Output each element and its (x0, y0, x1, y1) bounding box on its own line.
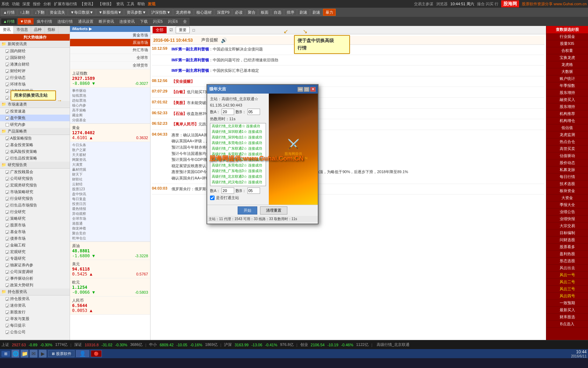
item-sz-reminder[interactable]: ✓深市特别提示 (0, 94, 70, 101)
item-intl-finance[interactable]: ✓国际财经 (0, 54, 70, 61)
toolbar-down[interactable]: ↓下翻 (32, 9, 47, 16)
cb-cd[interactable]: ✓ (6, 270, 9, 274)
market-section-global[interactable]: 全球市 (70, 54, 150, 62)
cb-lowrisk[interactable]: ✓ (6, 150, 9, 154)
toolbar-sort[interactable]: 排序 (284, 9, 297, 16)
cb-cn[interactable]: ✓ (6, 330, 9, 334)
right-hot-storage[interactable]: 热点合仓 (546, 138, 588, 145)
taskbar-app-avatar1[interactable]: 👤 (76, 350, 89, 357)
item-midday-focus[interactable]: ✓盘中聚焦 (0, 115, 70, 121)
item-restock[interactable]: ✓举发与复股 (0, 315, 70, 322)
modal-close-btn[interactable]: ✕ (310, 87, 316, 92)
right-sector-fund[interactable]: 板块资金 (546, 188, 588, 195)
item-market-strategy-research[interactable]: ✓市场策略研究 (0, 189, 70, 195)
item-domestic-finance[interactable]: ✓国内财经 (0, 48, 70, 54)
modal-retry-btn[interactable]: 清理重置 (260, 206, 287, 214)
right-b-point[interactable]: B点选入 (546, 321, 588, 328)
cb-stock[interactable]: ✓ (6, 224, 9, 227)
right-shareholder-incr2[interactable]: 股东增持 (546, 103, 588, 110)
item-stock-market[interactable]: ✓股票市场 (0, 222, 70, 229)
right-dragon-tiger[interactable]: 龙虎格 (546, 61, 588, 68)
checkbox-global[interactable]: ✓ (6, 83, 9, 86)
right-bull-stock[interactable]: 股票看多 (546, 244, 588, 251)
item-ipo[interactable]: ✓新股发行 (0, 309, 70, 315)
cb-dt[interactable]: ✓ (6, 324, 9, 327)
item-global-market[interactable]: ✓环球市场 (0, 81, 70, 88)
item-derivative-strategy[interactable]: ✓衍生品投资策略 (0, 155, 70, 162)
cb-strat[interactable]: ✓ (6, 217, 9, 220)
toolbar-daily-data[interactable]: ▼每日数据▼ (68, 9, 96, 16)
tab-variety[interactable]: 品种 (31, 26, 45, 34)
cb-fe[interactable]: ✓ (6, 244, 9, 247)
right-block-trade[interactable]: 大宗交易 (546, 223, 588, 230)
right-financial-select[interactable]: 问财选股 (546, 237, 588, 244)
cb-hn[interactable]: ✓ (6, 297, 9, 301)
checkbox-sz[interactable]: ✓ (6, 96, 9, 100)
right-tech-select[interactable]: 技术选股 (546, 180, 588, 188)
item-holdings-news[interactable]: ✓持仓股资讯 (0, 295, 70, 302)
item-macro-research[interactable]: ✓宏观研究 (0, 248, 70, 255)
right-dragon-monitor[interactable]: 龙虎监测 (546, 131, 588, 138)
item-company-notice[interactable]: ✓公告公司 (0, 329, 70, 335)
conn-item-5[interactable]: 高级行情_广东联通2☆ 连接成功 (210, 146, 266, 151)
modal-retries-b-input[interactable] (247, 109, 260, 115)
conn-item-1[interactable]: 高级行情_北京联通☆ 连接成功 (210, 123, 266, 129)
cb-sr[interactable]: ✓ (6, 257, 9, 260)
t2-disconnect[interactable]: 断开资讯 (96, 18, 117, 25)
cb-deriv[interactable]: ✓ (6, 157, 9, 160)
right-consensus[interactable]: 一致预期 (546, 300, 588, 307)
modal-minimize-btn[interactable]: — (298, 87, 303, 92)
market-section-forex[interactable]: 外汇市场 (70, 46, 150, 54)
right-big-money[interactable]: 大资金 (546, 195, 588, 202)
right-margin-buy[interactable]: 融资买入 (546, 96, 588, 103)
modal-auto-connect-checkbox[interactable] (210, 196, 215, 200)
cb-a[interactable]: ✓ (6, 137, 9, 140)
cb-ir[interactable]: ✓ (6, 197, 9, 200)
modal-maximize-btn[interactable]: □ (304, 87, 309, 92)
item-bond-market[interactable]: ✓债券市场 (0, 235, 70, 242)
menu-expand[interactable]: 扩展市场行情 (54, 1, 77, 7)
right-wind4[interactable]: 风云四号 (546, 293, 588, 300)
section-holdings-news[interactable]: 📁 持仓股资讯 (0, 288, 70, 295)
t2-comm-settings[interactable]: 通讯设置 (76, 18, 96, 25)
taskbar-app-stock1[interactable]: 🖥 股票软件 (48, 350, 75, 357)
tab-news[interactable]: 资讯 (0, 26, 14, 34)
right-daily-market[interactable]: 每日行情 (546, 173, 588, 180)
item-company-report[interactable]: ✓公司研究报告 (0, 175, 70, 182)
right-exec-buy[interactable]: 高管买卖 (546, 145, 588, 152)
right-private-fund[interactable]: 私募龙脉 (546, 166, 588, 173)
menu-function[interactable]: 功能 (12, 1, 20, 7)
cb-gf[interactable]: ✓ (6, 170, 9, 174)
cb-dm[interactable]: ✓ (6, 204, 9, 207)
modal-retries-a-input[interactable] (222, 109, 234, 115)
right-big-data[interactable]: 大数驱 (546, 68, 588, 75)
cb-mn[interactable]: ✓ (6, 304, 9, 307)
item-industry-report[interactable]: ✓行业研究报告 (0, 195, 70, 202)
modal-connection-list[interactable]: 高级行情_北京联通☆ 连接成功 高级行情_深圳联通1☆ 连接成功 高级行情_深圳… (210, 123, 266, 186)
taskbar-icon-folder[interactable]: 📁 (21, 350, 28, 357)
checkbox-domestic[interactable]: ✓ (6, 49, 9, 53)
item-sh-reminder[interactable]: ✓沪市特别提示 (0, 88, 70, 94)
section-news[interactable]: 📁 新闻资讯类 (0, 41, 70, 48)
right-val-driven[interactable]: 估值驱动 (546, 152, 588, 159)
menu-enhance[interactable]: 【增强】 (98, 1, 113, 7)
toolbar-new-stock[interactable]: ▼新股指南▼ (96, 9, 124, 16)
modal-dialog[interactable]: 猿年大吉 — □ ✕ 主站：高级行情_北京联通☆ 61.135.142.90:4… (206, 84, 318, 224)
modal-count-a-input[interactable] (222, 188, 234, 194)
toolbar-news-param[interactable]: 资讯参数▼ (124, 9, 148, 16)
cb-ed[interactable]: ✓ (6, 277, 9, 280)
item-finance-review[interactable]: ✓财经时评 (0, 68, 70, 74)
toolbar-sh-sz-index[interactable]: 沪深指数▼ (149, 9, 173, 16)
t2-continuous[interactable]: 连续行情 (55, 18, 75, 25)
item-macro-report[interactable]: ✓宏观类研究报告 (0, 182, 70, 189)
cb-bond[interactable]: ✓ (6, 237, 9, 240)
right-treasury-select[interactable]: 财库股选 (546, 314, 588, 321)
cb-ind[interactable]: ✓ (6, 210, 9, 214)
item-exclusive-ref[interactable]: ✓独家证券内参 (0, 262, 70, 268)
cb-fund[interactable]: ✓ (6, 143, 9, 147)
market-section-global-currency[interactable]: 全球货市 (70, 62, 150, 69)
toolbar-up-arrow[interactable]: ▲行情 (1, 9, 17, 16)
right-form-select[interactable]: 形态选股 (546, 258, 588, 265)
conn-item-7[interactable]: 高级行情_深圳电信2☆ 连接成功 (210, 157, 266, 163)
checkbox-invest[interactable]: ✓ (6, 110, 9, 113)
